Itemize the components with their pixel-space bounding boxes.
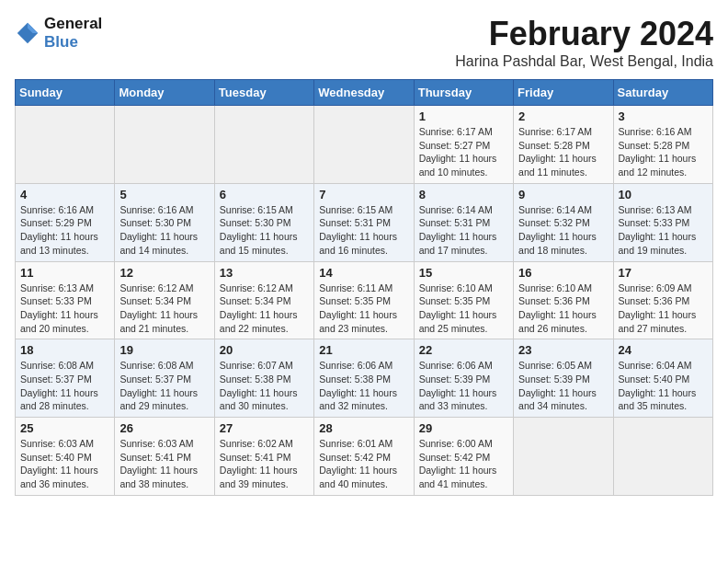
day-number: 21	[319, 343, 408, 357]
calendar-cell: 17Sunrise: 6:09 AM Sunset: 5:36 PM Dayli…	[613, 261, 712, 339]
weekday-header: Monday	[115, 80, 214, 106]
calendar-cell: 6Sunrise: 6:15 AM Sunset: 5:30 PM Daylig…	[214, 183, 313, 261]
logo: General Blue	[15, 15, 102, 52]
day-number: 20	[220, 343, 309, 357]
calendar-cell: 7Sunrise: 6:15 AM Sunset: 5:31 PM Daylig…	[314, 183, 414, 261]
calendar-cell: 5Sunrise: 6:16 AM Sunset: 5:30 PM Daylig…	[115, 183, 214, 261]
day-info: Sunrise: 6:04 AM Sunset: 5:40 PM Dayligh…	[619, 359, 708, 413]
calendar-cell: 13Sunrise: 6:12 AM Sunset: 5:34 PM Dayli…	[214, 261, 313, 339]
weekday-header: Wednesday	[314, 80, 414, 106]
day-number: 5	[119, 188, 209, 201]
weekday-header: Saturday	[613, 80, 712, 106]
day-info: Sunrise: 6:12 AM Sunset: 5:34 PM Dayligh…	[220, 282, 309, 336]
day-number: 17	[619, 266, 708, 280]
day-number: 13	[220, 266, 309, 280]
calendar-cell: 4Sunrise: 6:16 AM Sunset: 5:29 PM Daylig…	[16, 183, 115, 261]
calendar-cell: 27Sunrise: 6:02 AM Sunset: 5:41 PM Dayli…	[214, 418, 313, 496]
calendar-cell: 14Sunrise: 6:11 AM Sunset: 5:35 PM Dayli…	[314, 261, 414, 339]
day-info: Sunrise: 6:17 AM Sunset: 5:28 PM Dayligh…	[518, 125, 608, 179]
day-info: Sunrise: 6:16 AM Sunset: 5:30 PM Dayligh…	[119, 203, 209, 258]
day-number: 16	[518, 266, 608, 280]
calendar-cell: 21Sunrise: 6:06 AM Sunset: 5:38 PM Dayli…	[314, 339, 414, 418]
day-info: Sunrise: 6:01 AM Sunset: 5:42 PM Dayligh…	[319, 437, 408, 491]
day-number: 28	[319, 421, 408, 435]
day-number: 23	[518, 343, 608, 357]
calendar-cell: 28Sunrise: 6:01 AM Sunset: 5:42 PM Dayli…	[314, 418, 414, 496]
day-info: Sunrise: 6:12 AM Sunset: 5:34 PM Dayligh…	[119, 282, 209, 336]
day-info: Sunrise: 6:03 AM Sunset: 5:40 PM Dayligh…	[20, 437, 109, 491]
day-info: Sunrise: 6:13 AM Sunset: 5:33 PM Dayligh…	[619, 203, 708, 258]
day-number: 18	[20, 343, 109, 357]
page-header: General Blue February 2024 Harina Pashda…	[15, 15, 713, 70]
day-info: Sunrise: 6:06 AM Sunset: 5:38 PM Dayligh…	[319, 359, 408, 413]
logo-text: General Blue	[44, 15, 102, 52]
calendar-week-row: 4Sunrise: 6:16 AM Sunset: 5:29 PM Daylig…	[16, 183, 713, 261]
day-number: 19	[119, 343, 209, 357]
title-section: February 2024 Harina Pashdal Bar, West B…	[455, 15, 713, 70]
calendar-cell: 1Sunrise: 6:17 AM Sunset: 5:27 PM Daylig…	[414, 106, 513, 184]
day-number: 4	[20, 188, 109, 201]
day-info: Sunrise: 6:17 AM Sunset: 5:27 PM Dayligh…	[419, 125, 508, 179]
day-number: 26	[119, 421, 209, 435]
day-info: Sunrise: 6:06 AM Sunset: 5:39 PM Dayligh…	[419, 359, 508, 413]
weekday-header: Friday	[514, 80, 613, 106]
month-title: February 2024	[455, 15, 713, 53]
calendar-cell: 26Sunrise: 6:03 AM Sunset: 5:41 PM Dayli…	[115, 418, 214, 496]
day-info: Sunrise: 6:02 AM Sunset: 5:41 PM Dayligh…	[220, 437, 309, 491]
calendar-cell: 15Sunrise: 6:10 AM Sunset: 5:35 PM Dayli…	[414, 261, 513, 339]
day-info: Sunrise: 6:11 AM Sunset: 5:35 PM Dayligh…	[319, 282, 408, 336]
day-number: 2	[518, 109, 608, 123]
calendar-cell: 18Sunrise: 6:08 AM Sunset: 5:37 PM Dayli…	[16, 339, 115, 418]
logo-icon	[15, 20, 40, 46]
weekday-header: Thursday	[414, 80, 513, 106]
day-info: Sunrise: 6:15 AM Sunset: 5:30 PM Dayligh…	[220, 203, 309, 258]
day-info: Sunrise: 6:10 AM Sunset: 5:35 PM Dayligh…	[419, 282, 508, 336]
calendar-cell: 2Sunrise: 6:17 AM Sunset: 5:28 PM Daylig…	[514, 106, 613, 184]
day-info: Sunrise: 6:08 AM Sunset: 5:37 PM Dayligh…	[119, 359, 209, 413]
day-info: Sunrise: 6:13 AM Sunset: 5:33 PM Dayligh…	[20, 282, 109, 336]
calendar-cell: 20Sunrise: 6:07 AM Sunset: 5:38 PM Dayli…	[214, 339, 313, 418]
calendar-cell: 8Sunrise: 6:14 AM Sunset: 5:31 PM Daylig…	[414, 183, 513, 261]
day-info: Sunrise: 6:16 AM Sunset: 5:28 PM Dayligh…	[619, 125, 708, 179]
day-number: 7	[319, 188, 408, 201]
calendar-week-row: 11Sunrise: 6:13 AM Sunset: 5:33 PM Dayli…	[16, 261, 713, 339]
calendar-cell: 25Sunrise: 6:03 AM Sunset: 5:40 PM Dayli…	[16, 418, 115, 496]
calendar-cell: 11Sunrise: 6:13 AM Sunset: 5:33 PM Dayli…	[16, 261, 115, 339]
calendar-cell: 19Sunrise: 6:08 AM Sunset: 5:37 PM Dayli…	[115, 339, 214, 418]
day-number: 27	[220, 421, 309, 435]
calendar-week-row: 25Sunrise: 6:03 AM Sunset: 5:40 PM Dayli…	[16, 418, 713, 496]
day-number: 12	[119, 266, 209, 280]
day-number: 15	[419, 266, 508, 280]
calendar-cell: 24Sunrise: 6:04 AM Sunset: 5:40 PM Dayli…	[613, 339, 712, 418]
day-info: Sunrise: 6:00 AM Sunset: 5:42 PM Dayligh…	[419, 437, 508, 491]
day-number: 1	[419, 109, 508, 123]
day-number: 25	[20, 421, 109, 435]
calendar-week-row: 1Sunrise: 6:17 AM Sunset: 5:27 PM Daylig…	[16, 106, 713, 184]
calendar-cell: 22Sunrise: 6:06 AM Sunset: 5:39 PM Dayli…	[414, 339, 513, 418]
calendar-cell	[115, 106, 214, 184]
day-number: 24	[619, 343, 708, 357]
day-number: 10	[619, 188, 708, 201]
calendar-cell: 9Sunrise: 6:14 AM Sunset: 5:32 PM Daylig…	[514, 183, 613, 261]
day-info: Sunrise: 6:03 AM Sunset: 5:41 PM Dayligh…	[119, 437, 209, 491]
day-number: 8	[419, 188, 508, 201]
calendar-cell: 12Sunrise: 6:12 AM Sunset: 5:34 PM Dayli…	[115, 261, 214, 339]
day-number: 11	[20, 266, 109, 280]
day-number: 22	[419, 343, 508, 357]
calendar-table: SundayMondayTuesdayWednesdayThursdayFrid…	[15, 79, 713, 496]
calendar-cell: 3Sunrise: 6:16 AM Sunset: 5:28 PM Daylig…	[613, 106, 712, 184]
day-number: 9	[518, 188, 608, 201]
weekday-header: Sunday	[16, 80, 115, 106]
calendar-cell	[613, 418, 712, 496]
day-number: 3	[619, 109, 708, 123]
day-number: 6	[220, 188, 309, 201]
day-number: 14	[319, 266, 408, 280]
day-info: Sunrise: 6:07 AM Sunset: 5:38 PM Dayligh…	[220, 359, 309, 413]
calendar-header-row: SundayMondayTuesdayWednesdayThursdayFrid…	[16, 80, 713, 106]
calendar-cell	[16, 106, 115, 184]
day-info: Sunrise: 6:08 AM Sunset: 5:37 PM Dayligh…	[20, 359, 109, 413]
day-info: Sunrise: 6:05 AM Sunset: 5:39 PM Dayligh…	[518, 359, 608, 413]
day-info: Sunrise: 6:16 AM Sunset: 5:29 PM Dayligh…	[20, 203, 109, 258]
calendar-cell: 16Sunrise: 6:10 AM Sunset: 5:36 PM Dayli…	[514, 261, 613, 339]
calendar-cell: 10Sunrise: 6:13 AM Sunset: 5:33 PM Dayli…	[613, 183, 712, 261]
